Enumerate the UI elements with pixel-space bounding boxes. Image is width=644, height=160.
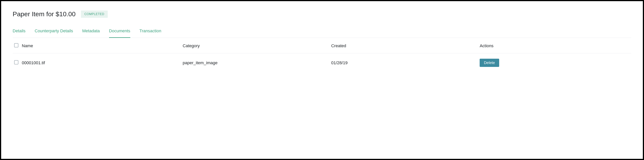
page-header: Paper Item for $10.00 COMPLETED xyxy=(13,10,631,18)
table-header-name: Name xyxy=(20,38,181,53)
status-badge: COMPLETED xyxy=(81,10,108,18)
table-header-created: Created xyxy=(330,38,478,53)
row-checkbox[interactable] xyxy=(14,60,18,64)
row-name: 00001001.tif xyxy=(20,53,181,72)
row-select-cell xyxy=(13,53,20,72)
row-category: paper_item_image xyxy=(181,53,330,72)
row-actions: Delete xyxy=(478,53,631,72)
row-created: 01/28/19 xyxy=(330,53,478,72)
documents-table: Name Category Created Actions 00001001.t… xyxy=(13,38,631,72)
tab-details[interactable]: Details xyxy=(13,28,26,38)
select-all-checkbox[interactable] xyxy=(14,43,18,47)
tab-transaction[interactable]: Transaction xyxy=(140,28,161,38)
page-title: Paper Item for $10.00 xyxy=(13,10,76,18)
table-header-row: Name Category Created Actions xyxy=(13,38,631,53)
table-row: 00001001.tif paper_item_image 01/28/19 D… xyxy=(13,53,631,72)
select-all-header xyxy=(13,38,20,53)
table-header-category: Category xyxy=(181,38,330,53)
tab-documents[interactable]: Documents xyxy=(109,28,130,38)
table-header-actions: Actions xyxy=(478,38,631,53)
tabs: Details Counterparty Details Metadata Do… xyxy=(13,28,631,38)
tab-counterparty-details[interactable]: Counterparty Details xyxy=(35,28,73,38)
tab-metadata[interactable]: Metadata xyxy=(82,28,100,38)
delete-button[interactable]: Delete xyxy=(480,59,499,67)
